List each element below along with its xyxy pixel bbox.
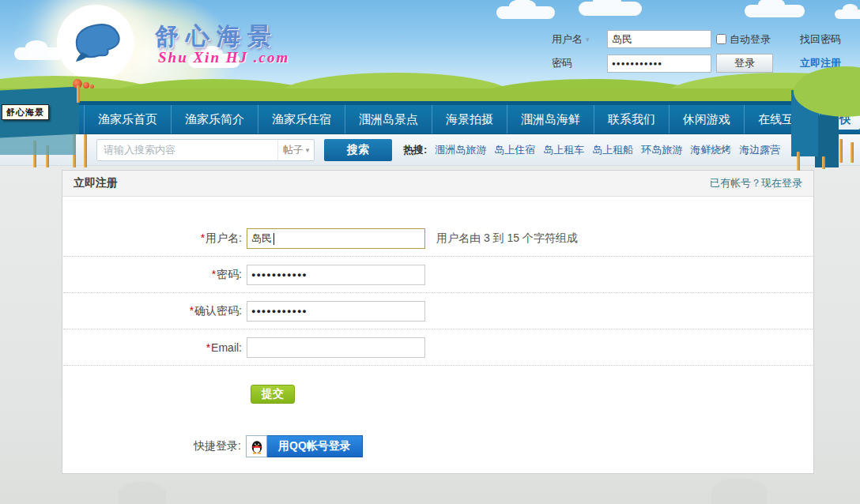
required-mark: * (212, 268, 216, 280)
pier-decoration-left-shadow (0, 134, 76, 155)
required-mark: * (201, 231, 205, 244)
pier-pole (822, 156, 825, 169)
hot-search-links: 涠洲岛旅游岛上住宿岛上租车岛上租船环岛旅游海鲜烧烤海边露营 (435, 143, 780, 157)
password-input[interactable] (247, 265, 425, 285)
background-scenery (119, 482, 166, 504)
register-panel: 立即注册 已有帐号？现在登录 *用户名: 用户名由 3 到 15 个字符组成 (62, 170, 814, 474)
cloud-icon (579, 2, 642, 16)
confirm-password-label: *确认密码: (63, 304, 247, 318)
submit-row: 提交 (62, 385, 813, 404)
search-input[interactable] (97, 140, 277, 160)
email-label: *Email: (63, 341, 247, 354)
nav-item[interactable]: 休闲游戏 (670, 105, 745, 134)
password-row: *密码: (63, 257, 813, 293)
register-form: *用户名: 用户名由 3 到 15 个字符组成 *密码: (62, 197, 813, 457)
ball-decoration (83, 82, 89, 88)
login-button[interactable]: 登录 (716, 54, 773, 73)
auto-login-label: 自动登录 (730, 32, 771, 47)
nav-item[interactable]: 渔家乐简介 (172, 105, 258, 134)
hot-search-link[interactable]: 岛上住宿 (494, 143, 535, 157)
pier-pole (839, 139, 843, 163)
existing-account-login-link[interactable]: 已有帐号？现在登录 (710, 176, 802, 190)
text-caret (273, 233, 274, 245)
email-input[interactable] (247, 337, 425, 358)
header-banner: 舒心海景 Shu Xin HJ .com 用户名 ▾ 自动登录 找回密码 密码 … (0, 0, 860, 101)
cloud-icon (835, 9, 860, 19)
nav-item[interactable]: 涠洲岛海鲜 (507, 105, 594, 134)
header-password-label: 密码 (552, 56, 602, 70)
password-label: *密码: (63, 268, 247, 282)
search-box: 帖子 ▾ (96, 139, 315, 161)
search-scope-label: 帖子 (283, 143, 304, 157)
username-hint: 用户名由 3 到 15 个字符组成 (436, 231, 578, 246)
panel-title: 立即注册 (74, 176, 118, 190)
quick-login-label: 快捷登录: (62, 439, 246, 453)
email-label-text: Email: (211, 341, 242, 354)
site-sign-board: 舒心海景 (2, 104, 49, 120)
site-logo-subtitle: Shu Xin HJ .com (158, 49, 289, 66)
header-username-input[interactable] (607, 30, 711, 48)
page: 舒心海景 Shu Xin HJ .com 用户名 ▾ 自动登录 找回密码 密码 … (0, 0, 860, 504)
header-username-label-text: 用户名 (552, 32, 583, 47)
forgot-password-link[interactable]: 找回密码 (800, 32, 841, 47)
hill-base (0, 88, 860, 101)
hot-search-link[interactable]: 海边露营 (739, 143, 780, 157)
hot-search: 热搜: 涠洲岛旅游岛上住宿岛上租车岛上租船环岛旅游海鲜烧烤海边露营 (403, 143, 780, 157)
nav-item[interactable]: 联系我们 (594, 105, 670, 134)
password-label-text: 密码: (217, 268, 242, 280)
pier-decoration-right (815, 115, 839, 167)
auto-login-option[interactable]: 自动登录 (716, 32, 795, 47)
site-logo-title: 舒心海景 (155, 21, 278, 53)
nav-item[interactable]: 渔家乐首页 (84, 105, 172, 134)
header-login-form: 用户名 ▾ 自动登录 找回密码 密码 登录 立即注册 (552, 30, 841, 73)
main-navigation: 渔家乐首页渔家乐简介渔家乐住宿涠洲岛景点海景拍摄涠洲岛海鲜联系我们休闲游戏在线互… (0, 105, 860, 134)
confirm-password-row: *确认密码: (63, 293, 813, 329)
confirm-password-input[interactable] (247, 301, 425, 322)
username-row: *用户名: 用户名由 3 到 15 个字符组成 (63, 220, 813, 257)
header-password-label-text: 密码 (552, 56, 572, 70)
logo-fish-icon (66, 17, 125, 68)
pier-pole (84, 134, 87, 167)
header-username-label: 用户名 ▾ (552, 32, 602, 47)
search-bar: 帖子 ▾ 搜索 热搜: 涠洲岛旅游岛上住宿岛上租车岛上租船环岛旅游海鲜烧烤海边露… (0, 134, 860, 166)
qq-penguin-icon (246, 435, 267, 457)
pier-pole (851, 142, 854, 163)
chevron-down-icon: ▾ (306, 146, 310, 154)
pier-pole (797, 152, 800, 171)
search-button[interactable]: 搜索 (324, 139, 392, 161)
hot-search-link[interactable]: 岛上租车 (543, 143, 584, 157)
cloud-icon (745, 5, 805, 17)
quick-login-row: 快捷登录: (62, 435, 813, 457)
nav-item[interactable]: 海景拍摄 (432, 105, 507, 134)
hot-search-link[interactable]: 环岛旅游 (641, 143, 682, 157)
hot-search-label: 热搜: (403, 143, 427, 157)
username-input-wrap (247, 228, 425, 249)
page-body: 立即注册 已有帐号？现在登录 *用户名: 用户名由 3 到 15 个字符组成 (0, 166, 860, 504)
chevron-down-icon[interactable]: ▾ (586, 36, 590, 43)
register-panel-header: 立即注册 已有帐号？现在登录 (62, 171, 813, 197)
header-password-input[interactable] (607, 55, 711, 73)
cloud-icon (14, 47, 63, 60)
username-label: *用户名: (63, 231, 247, 246)
qq-login-button[interactable]: 用QQ帐号登录 (246, 435, 363, 457)
nav-item[interactable]: 涠洲岛景点 (345, 105, 432, 134)
username-label-text: 用户名: (206, 231, 242, 244)
nav-item[interactable]: 渔家乐住宿 (258, 105, 345, 134)
hot-search-link[interactable]: 海鲜烧烤 (690, 143, 731, 157)
cloud-icon (496, 6, 555, 19)
flag-pole (77, 85, 80, 103)
background-scenery (711, 478, 767, 504)
required-mark: * (190, 304, 194, 317)
submit-button[interactable]: 提交 (251, 385, 295, 404)
confirm-password-label-text: 确认密码: (194, 304, 242, 317)
email-row: *Email: (63, 329, 813, 366)
qq-login-button-label: 用QQ帐号登录 (267, 435, 363, 457)
nav-items: 渔家乐首页渔家乐简介渔家乐住宿涠洲岛景点海景拍摄涠洲岛海鲜联系我们休闲游戏在线互… (84, 105, 820, 134)
search-scope-dropdown[interactable]: 帖子 ▾ (277, 140, 314, 160)
auto-login-checkbox[interactable] (716, 34, 726, 44)
ball-decoration (90, 85, 94, 88)
hot-search-link[interactable]: 岛上租船 (592, 143, 633, 157)
required-mark: * (206, 341, 210, 354)
hot-search-link[interactable]: 涠洲岛旅游 (435, 143, 486, 157)
